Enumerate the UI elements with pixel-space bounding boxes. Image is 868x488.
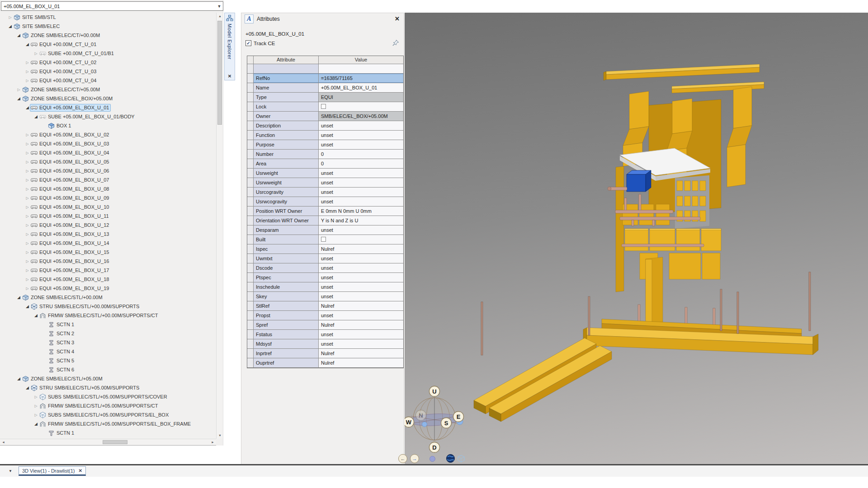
scrollbar-thumb[interactable]: [217, 21, 222, 125]
expander-icon[interactable]: ◢: [33, 313, 39, 318]
expander-icon[interactable]: ▷: [24, 187, 30, 191]
expander-icon[interactable]: ▷: [24, 232, 30, 236]
compass-north-button[interactable]: N: [416, 410, 426, 421]
attribute-column-header[interactable]: Attribute: [254, 56, 319, 64]
expander-icon[interactable]: ◢: [24, 105, 30, 110]
checkbox-icon[interactable]: [321, 237, 326, 242]
expander-icon[interactable]: ▷: [24, 151, 30, 155]
expander-icon[interactable]: ◢: [24, 304, 30, 309]
attribute-value-cell[interactable]: unset: [319, 339, 403, 349]
attribute-name-cell[interactable]: Usrwcogravity: [254, 197, 319, 206]
expander-icon[interactable]: ▷: [24, 70, 30, 74]
compass-up-button[interactable]: U: [429, 386, 440, 397]
globe-icon[interactable]: [446, 454, 455, 463]
attribute-value-cell[interactable]: unset: [319, 121, 403, 131]
scroll-right-icon[interactable]: ►: [209, 439, 216, 446]
tree-item[interactable]: ▷ EQUI +05.00M_EL_BOX_U_04: [0, 148, 216, 157]
expander-icon[interactable]: ◢: [16, 33, 22, 38]
tree-item[interactable]: ▷ EQUI +05.00M_EL_BOX_U_07: [0, 175, 216, 184]
attribute-name-cell[interactable]: StlRef: [254, 301, 319, 311]
attribute-name-cell[interactable]: Usrwweight: [254, 178, 319, 188]
expander-icon[interactable]: ▷: [24, 223, 30, 227]
attribute-name-cell[interactable]: Fstatus: [254, 330, 319, 339]
attribute-name-cell[interactable]: Desparam: [254, 225, 319, 235]
tree-item[interactable]: ▷ EQUI +05.00M_EL_BOX_U_16: [0, 257, 216, 266]
view-mode-dot[interactable]: [429, 456, 435, 462]
expander-icon[interactable]: ◢: [7, 24, 13, 28]
hierarchy-search-input[interactable]: [1, 4, 216, 9]
attribute-name-cell[interactable]: Skey: [254, 292, 319, 301]
attribute-value-cell[interactable]: unset: [319, 131, 403, 140]
expander-icon[interactable]: ▷: [24, 286, 30, 291]
tree-item[interactable]: ▷ FRMW SMB/ELEC/STL/+05.00M/SUPPORTS/CT: [0, 401, 216, 410]
expander-icon[interactable]: ▷: [33, 52, 39, 56]
expander-icon[interactable]: ▷: [24, 169, 30, 173]
expander-icon[interactable]: ▷: [24, 268, 30, 272]
expander-icon[interactable]: ▷: [24, 250, 30, 254]
attribute-name-cell[interactable]: Usrcogravity: [254, 188, 319, 197]
tree-item[interactable]: ▷ EQUI +05.00M_EL_BOX_U_11: [0, 211, 216, 221]
expander-icon[interactable]: ▷: [24, 214, 30, 218]
attribute-value-cell[interactable]: unset: [319, 140, 403, 150]
tree-item[interactable]: SCTN 1: [0, 428, 216, 437]
attribute-name-cell[interactable]: Function: [254, 131, 319, 140]
attribute-name-cell[interactable]: Uwmtxt: [254, 254, 319, 263]
hierarchy-search-box[interactable]: ▼: [1, 1, 223, 11]
compass-down-button[interactable]: D: [429, 442, 440, 453]
attribute-value-cell[interactable]: EQUI: [319, 93, 403, 102]
tree-item[interactable]: SCTN 3: [0, 338, 216, 347]
tree-item[interactable]: ▷ EQUI +05.00M_EL_BOX_U_13: [0, 230, 216, 239]
tree-item[interactable]: ▷ EQUI +05.00M_EL_BOX_U_19: [0, 284, 216, 293]
expander-icon[interactable]: ▷: [24, 205, 30, 209]
window-list-dropdown-icon[interactable]: ▼: [9, 469, 12, 473]
attribute-name-cell[interactable]: Description: [254, 121, 319, 131]
tree-item[interactable]: ▷ EQUI +05.00M_EL_BOX_U_18: [0, 275, 216, 284]
attribute-name-cell[interactable]: Purpose: [254, 140, 319, 150]
expander-icon[interactable]: ▷: [7, 15, 13, 19]
attribute-value-cell[interactable]: 0: [319, 150, 403, 159]
attribute-value-cell[interactable]: unset: [319, 188, 403, 197]
compass-east-button[interactable]: E: [453, 412, 464, 422]
scroll-down-icon[interactable]: ▼: [217, 432, 223, 439]
attribute-value-cell[interactable]: SMB/ELEC/EL_BOX/+05.00M: [319, 112, 403, 121]
tree-item[interactable]: BOX 1: [0, 121, 216, 130]
attribute-value-cell[interactable]: unset: [319, 178, 403, 188]
attribute-value-cell[interactable]: +05.00M_EL_BOX_U_01: [319, 83, 403, 93]
attribute-value-cell[interactable]: [319, 235, 403, 244]
viewport-3d[interactable]: N U D W E: [405, 13, 868, 464]
tree-item[interactable]: ▷ EQUI +05.00M_EL_BOX_U_12: [0, 221, 216, 230]
attribute-value-cell[interactable]: unset: [319, 311, 403, 320]
attribute-value-cell[interactable]: unset: [319, 273, 403, 282]
attribute-value-cell[interactable]: unset: [319, 254, 403, 263]
close-icon[interactable]: ✕: [395, 15, 400, 22]
attribute-name-cell[interactable]: Position WRT Owner: [254, 206, 319, 216]
attribute-value-cell[interactable]: 0: [319, 159, 403, 169]
tree-item[interactable]: ◢ ZONE SMB/ELEC/STL/+05.00M: [0, 374, 216, 383]
expander-icon[interactable]: ◢: [33, 422, 39, 426]
selected-equipment-box[interactable]: [627, 170, 651, 192]
attribute-value-cell[interactable]: unset: [319, 292, 403, 301]
close-icon[interactable]: ✕: [78, 468, 82, 473]
attribute-name-cell[interactable]: Type: [254, 93, 319, 102]
expander-icon[interactable]: ▷: [33, 413, 39, 417]
tree-item[interactable]: ▷ EQUI +05.00M_EL_BOX_U_17: [0, 266, 216, 275]
expander-icon[interactable]: ▷: [24, 160, 30, 164]
tree-item[interactable]: ◢ EQUI +05.00M_EL_BOX_U_01: [0, 103, 216, 112]
attribute-name-cell[interactable]: Mdsysf: [254, 339, 319, 349]
expander-icon[interactable]: ▷: [24, 79, 30, 83]
attribute-value-cell[interactable]: Nulref: [319, 320, 403, 330]
attribute-name-cell[interactable]: [254, 64, 319, 74]
tree-item[interactable]: ▷ EQUI +00.00M_CT_U_03: [0, 67, 216, 76]
attribute-value-cell[interactable]: E 0mm N 0mm U 0mm: [319, 206, 403, 216]
tree-item[interactable]: ▷ EQUI +00.00M_CT_U_04: [0, 76, 216, 85]
attribute-name-cell[interactable]: Inschedule: [254, 282, 319, 292]
attribute-name-cell[interactable]: Usrweight: [254, 169, 319, 178]
scroll-up-icon[interactable]: ▲: [217, 13, 223, 19]
pin-icon[interactable]: [392, 39, 399, 47]
tree-item[interactable]: ▷ SUBS SMB/ELEC/STL/+05.00M/SUPPORTS/COV…: [0, 392, 216, 401]
expander-icon[interactable]: ▷: [33, 395, 39, 399]
tree-item[interactable]: ▷ EQUI +05.00M_EL_BOX_U_10: [0, 202, 216, 211]
attribute-name-cell[interactable]: Dscode: [254, 263, 319, 273]
attribute-value-cell[interactable]: Y is N and Z is U: [319, 216, 403, 225]
tree-item[interactable]: ◢ SUBE +05.00M_EL_BOX_U_01/BODY: [0, 112, 216, 121]
